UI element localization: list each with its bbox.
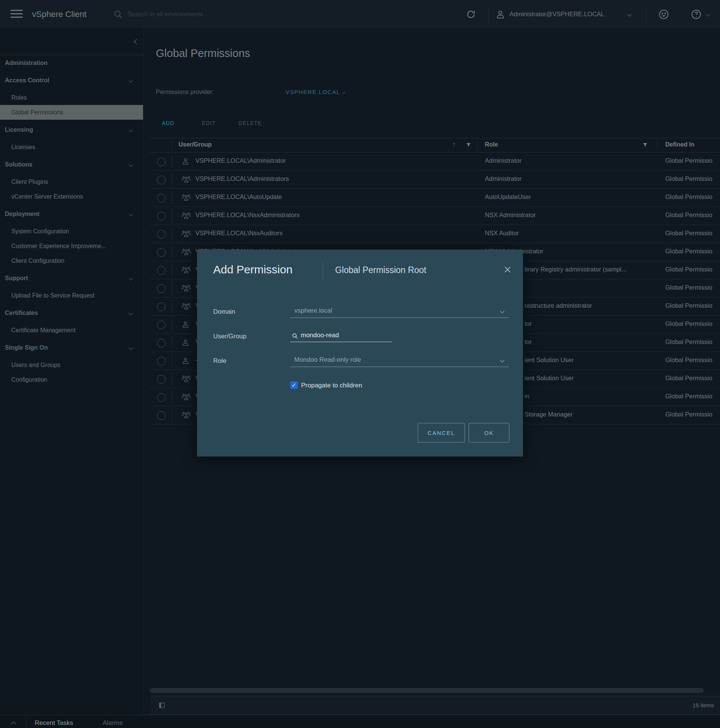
group-icon [182,230,191,238]
chevron-down-icon [129,212,133,216]
table-row[interactable]: VSPHERE.LOCAL\AutoUpdateAutoUpdateUserGl… [150,189,720,207]
user-group-search-field[interactable] [290,330,392,342]
sidebar-item-roles[interactable]: Roles [0,90,143,105]
row-radio[interactable] [157,176,166,184]
table-row[interactable]: VSPHERE.LOCAL\AdministratorsAdministrato… [150,171,720,189]
user-menu-chevron-icon[interactable] [628,0,631,28]
sidebar-section-solutions[interactable]: Solutions [0,157,143,172]
sidebar-item-users-and-groups[interactable]: Users and Groups [0,358,143,372]
delete-button[interactable]: DELETE [238,120,262,126]
permissions-provider-label: Permissions provider: [156,89,214,96]
cancel-button[interactable]: CANCEL [418,423,465,443]
group-icon [182,211,191,220]
row-radio[interactable] [157,411,166,420]
search-icon [292,333,298,339]
row-radio[interactable] [157,194,166,202]
row-radio[interactable] [157,321,166,329]
sidebar-section-deployment[interactable]: Deployment [0,207,143,221]
row-radio[interactable] [157,212,166,221]
propagate-checkbox[interactable]: ✓ [290,381,298,389]
group-icon [182,248,191,256]
sidebar-section-single-sign-on[interactable]: Single Sign On [0,340,143,355]
sidebar-item-client-plugins[interactable]: Client Plugins [0,174,143,189]
group-icon [182,175,191,184]
edit-button[interactable]: EDIT [202,120,216,126]
row-radio[interactable] [157,302,166,311]
feedback-smiley-icon[interactable] [658,0,669,28]
row-radio[interactable] [157,284,166,293]
user-icon [182,320,189,329]
user-icon [182,157,189,165]
role-cell: Administrator [485,157,522,164]
column-header-defined-in[interactable]: Defined In [665,141,694,148]
row-radio[interactable] [157,375,166,384]
role-cell: Administrator [485,175,522,182]
defined-in-cell: Global Permissio [665,230,719,237]
divider [26,717,26,728]
help-menu-chevron-icon[interactable] [706,0,709,28]
role-label: Role [213,357,226,365]
row-radio[interactable] [157,266,166,275]
group-icon [182,193,191,202]
chevron-down-icon [129,311,133,315]
sidebar-item-customer-experience-improveme[interactable]: Customer Experience Improveme... [0,239,143,253]
defined-in-cell: Global Permissio [665,175,719,182]
row-radio[interactable] [157,230,166,239]
tab-recent-tasks[interactable]: Recent Tasks [35,719,73,727]
sidebar-item-licenses[interactable]: Licenses [0,140,143,154]
defined-in-cell: Global Permissio [665,338,719,345]
column-settings-icon[interactable] [159,702,165,708]
user-menu[interactable]: Administrator@VSPHERE.LOCAL [509,0,605,28]
sidebar-section-certificates[interactable]: Certificates [0,305,143,320]
role-select[interactable]: Mondoo Read-only role [290,355,509,367]
filter-icon[interactable] [643,143,648,147]
sidebar-item-client-configuration[interactable]: Client Configuration [0,253,143,268]
refresh-icon[interactable] [465,0,477,28]
sidebar-root-label: Administration [0,56,143,70]
help-icon[interactable] [691,0,702,28]
row-radio[interactable] [157,357,166,366]
role-cell: rastructure administrator [525,302,592,309]
sidebar-item-configuration[interactable]: Configuration [0,372,143,387]
sidebar-item-system-configuration[interactable]: System Configuration [0,224,143,239]
row-radio[interactable] [157,393,166,402]
permissions-provider-select[interactable]: VSPHERE.LOCAL [286,89,345,95]
dialog-title: Add Permission [213,263,292,276]
user-icon [182,338,189,347]
expand-panel-chevron-icon[interactable] [11,721,15,728]
global-search[interactable] [113,0,287,28]
sidebar-item-upload-file-to-service-request[interactable]: Upload File to Service Request [0,288,143,303]
tab-alarms[interactable]: Alarms [103,719,123,727]
app-title: vSphere Client [32,0,86,28]
sidebar-item-vcenter-server-extensions[interactable]: vCenter Server Extensions [0,189,143,204]
column-header-role[interactable]: Role [485,141,498,148]
row-radio[interactable] [157,339,166,347]
table-row[interactable]: VSPHERE.LOCAL\NsxAuditorsNSX AuditorGlob… [150,225,720,243]
ok-button[interactable]: OK [469,423,509,443]
user-group-input[interactable] [300,331,388,339]
row-radio[interactable] [157,157,166,166]
domain-select[interactable]: vsphere.local [290,306,509,318]
add-button[interactable]: ADD [162,120,174,126]
sidebar-section-support[interactable]: Support [0,271,143,285]
sidebar-section-licensing[interactable]: Licensing [0,122,143,137]
table-row[interactable]: VSPHERE.LOCAL\NsxAdministratorsNSX Admin… [150,207,720,225]
sort-ascending-icon[interactable]: ↑ [453,141,456,147]
horizontal-scrollbar[interactable] [150,688,718,693]
table-header: User/Group ↑ Role Defined In [150,138,720,153]
filter-icon[interactable] [466,143,471,147]
sidebar-item-global-permissions[interactable]: Global Permissions [0,105,143,120]
sidebar-item-certificate-management[interactable]: Certificate Management [0,323,143,338]
sidebar-collapse-icon[interactable] [135,38,138,45]
search-input[interactable] [127,10,287,19]
propagate-label: Propagate to children [301,382,362,389]
scrollbar-thumb[interactable] [150,688,704,693]
sidebar-nav: Administration Access ControlRolesGlobal… [0,56,143,387]
sidebar-section-access-control[interactable]: Access Control [0,73,143,88]
table-row[interactable]: VSPHERE.LOCAL\AdministratorAdministrator… [150,153,720,171]
close-icon[interactable] [503,265,512,274]
row-radio[interactable] [157,248,166,257]
hamburger-menu-icon[interactable] [11,10,23,18]
permissions-provider-value: VSPHERE.LOCAL [286,89,340,95]
column-header-user-group[interactable]: User/Group [178,141,212,148]
